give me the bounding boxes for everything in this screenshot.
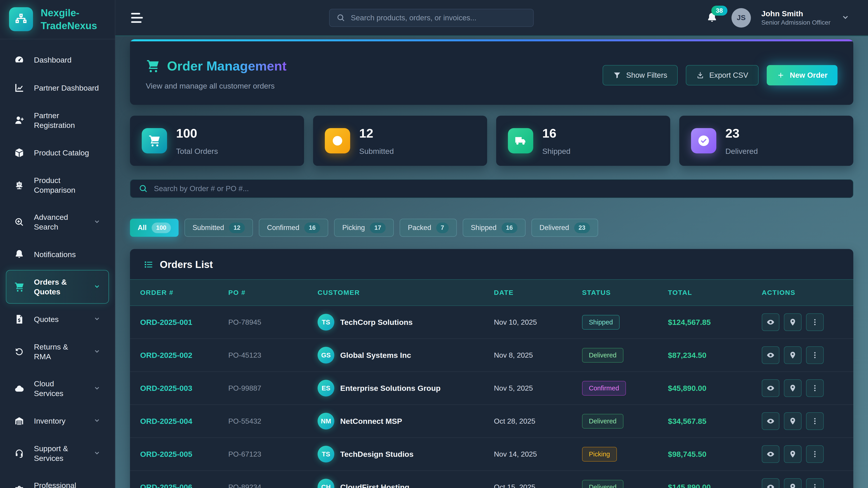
- tab-shipped[interactable]: Shipped16: [463, 219, 526, 237]
- view-order-button[interactable]: [762, 478, 779, 488]
- customer-avatar: NM: [318, 413, 334, 429]
- sidebar-item-cloud-services[interactable]: Cloud Services: [6, 372, 109, 405]
- sidebar-item-orders-quotes[interactable]: Orders & Quotes: [6, 270, 109, 304]
- sidebar-item-partner-registration[interactable]: Partner Registration: [6, 103, 109, 137]
- view-order-button[interactable]: [762, 346, 779, 364]
- more-actions-button[interactable]: [806, 445, 824, 463]
- view-order-button[interactable]: [762, 445, 779, 463]
- sidebar-item-notifications[interactable]: Notifications: [6, 242, 109, 267]
- page-subtitle: View and manage all customer orders: [146, 82, 287, 90]
- po-number: PO-78945: [228, 318, 318, 326]
- order-number[interactable]: ORD-2025-005: [140, 450, 228, 459]
- sidebar-item-product-comparison[interactable]: Product Comparison: [6, 168, 109, 202]
- track-order-button[interactable]: [784, 379, 802, 397]
- new-order-button[interactable]: New Order: [767, 65, 837, 86]
- track-order-button[interactable]: [784, 412, 802, 430]
- view-order-button[interactable]: [762, 412, 779, 430]
- global-search-input[interactable]: [351, 13, 526, 22]
- notifications-button[interactable]: 38: [703, 10, 721, 26]
- column-header: DATE: [494, 289, 582, 296]
- table-row[interactable]: ORD-2025-006 PO-89234 CH CloudFirst Host…: [130, 471, 853, 488]
- sidebar-item-label: Partner Dashboard: [34, 83, 101, 93]
- order-date: Nov 5, 2025: [494, 384, 582, 392]
- tab-count-badge: 7: [436, 223, 449, 233]
- order-number[interactable]: ORD-2025-006: [140, 483, 228, 488]
- order-number[interactable]: ORD-2025-003: [140, 384, 228, 393]
- stat-shipped: 16 Shipped: [496, 116, 670, 166]
- sidebar-item-product-catalog[interactable]: Product Catalog: [6, 140, 109, 165]
- table-row[interactable]: ORD-2025-004 PO-55432 NM NetConnect MSP …: [130, 405, 853, 438]
- scale-icon: [14, 180, 24, 191]
- view-order-button[interactable]: [762, 379, 779, 397]
- kebab-menu-icon: [811, 417, 819, 425]
- stat-submitted: 12 Submitted: [313, 116, 487, 166]
- cloud-icon: [14, 383, 24, 394]
- track-order-button[interactable]: [784, 445, 802, 463]
- status-badge: Confirmed: [582, 381, 626, 396]
- tab-all[interactable]: All100: [130, 219, 179, 237]
- status-filter-tabs: All100 Submitted12 Confirmed16 Picking17…: [130, 219, 853, 237]
- tab-count-badge: 12: [229, 223, 245, 233]
- orders-search-input[interactable]: [154, 184, 845, 193]
- po-number: PO-99887: [228, 384, 318, 392]
- chevron-down-icon: [93, 315, 101, 323]
- customer-name: Global Systems Inc: [340, 351, 411, 360]
- tab-delivered[interactable]: Delivered23: [531, 219, 598, 237]
- sidebar-item-quotes[interactable]: Quotes: [6, 307, 109, 332]
- track-order-button[interactable]: [784, 313, 802, 331]
- order-number[interactable]: ORD-2025-004: [140, 417, 228, 426]
- order-number[interactable]: ORD-2025-001: [140, 318, 228, 327]
- chevron-down-icon: [93, 385, 101, 392]
- sidebar-item-inventory[interactable]: Inventory: [6, 409, 109, 433]
- notification-count-badge: 38: [711, 6, 727, 15]
- tab-confirmed[interactable]: Confirmed16: [259, 219, 328, 237]
- sidebar-item-label: Quotes: [34, 315, 84, 324]
- table-row[interactable]: ORD-2025-001 PO-78945 TS TechCorp Soluti…: [130, 306, 853, 339]
- sidebar-item-support-services[interactable]: Support & Services: [6, 436, 109, 470]
- more-actions-button[interactable]: [806, 478, 824, 488]
- export-csv-button[interactable]: Export CSV: [686, 65, 758, 86]
- customer-name: CloudFirst Hosting: [340, 483, 409, 488]
- table-row[interactable]: ORD-2025-005 PO-67123 TS TechDesign Stud…: [130, 438, 853, 471]
- order-total: $87,234.50: [668, 351, 762, 360]
- show-filters-button[interactable]: Show Filters: [602, 65, 678, 86]
- more-actions-button[interactable]: [806, 379, 824, 397]
- eye-icon: [767, 450, 775, 458]
- sidebar-item-label: Professional Services: [34, 481, 84, 488]
- tab-count-badge: 23: [574, 223, 590, 233]
- sidebar-item-partner-dashboard[interactable]: Partner Dashboard: [6, 75, 109, 100]
- column-header: PO #: [228, 289, 318, 296]
- bell-icon: [14, 249, 24, 260]
- stat-total-orders: 100 Total Orders: [130, 116, 304, 166]
- sidebar-item-label: Orders & Quotes: [34, 277, 84, 296]
- order-number[interactable]: ORD-2025-002: [140, 351, 228, 360]
- more-actions-button[interactable]: [806, 346, 824, 364]
- hamburger-menu-icon[interactable]: [131, 13, 144, 23]
- customer-avatar: ES: [318, 380, 334, 396]
- sidebar-item-dashboard[interactable]: Dashboard: [6, 47, 109, 72]
- order-total: $45,890.00: [668, 384, 762, 393]
- sidebar-item-advanced-search[interactable]: Advanced Search: [6, 205, 109, 239]
- user-avatar[interactable]: JS: [732, 8, 751, 28]
- order-management-header: Order Management View and manage all cus…: [130, 39, 853, 105]
- view-order-button[interactable]: [762, 313, 779, 331]
- eye-icon: [767, 318, 775, 326]
- brand-name-line2: TradeNexus: [41, 19, 97, 32]
- sidebar-item-professional-services[interactable]: Professional Services: [6, 473, 109, 488]
- track-order-button[interactable]: [784, 478, 802, 488]
- tab-picking[interactable]: Picking17: [334, 219, 394, 237]
- chevron-down-icon[interactable]: [841, 13, 850, 22]
- tab-count-badge: 16: [304, 223, 320, 233]
- tab-submitted[interactable]: Submitted12: [184, 219, 253, 237]
- table-row[interactable]: ORD-2025-002 PO-45123 GS Global Systems …: [130, 339, 853, 372]
- header-actions: Show Filters Export CSV New Order: [602, 65, 837, 86]
- more-actions-button[interactable]: [806, 313, 824, 331]
- tab-packed[interactable]: Packed7: [400, 219, 457, 237]
- stat-value: 12: [359, 126, 394, 140]
- track-order-button[interactable]: [784, 346, 802, 364]
- table-row[interactable]: ORD-2025-003 PO-99887 ES Enterprise Solu…: [130, 372, 853, 405]
- sidebar-item-returns-rma[interactable]: Returns & RMA: [6, 335, 109, 368]
- sidebar-item-label: Cloud Services: [34, 379, 84, 398]
- search-plus-icon: [14, 217, 24, 227]
- more-actions-button[interactable]: [806, 412, 824, 430]
